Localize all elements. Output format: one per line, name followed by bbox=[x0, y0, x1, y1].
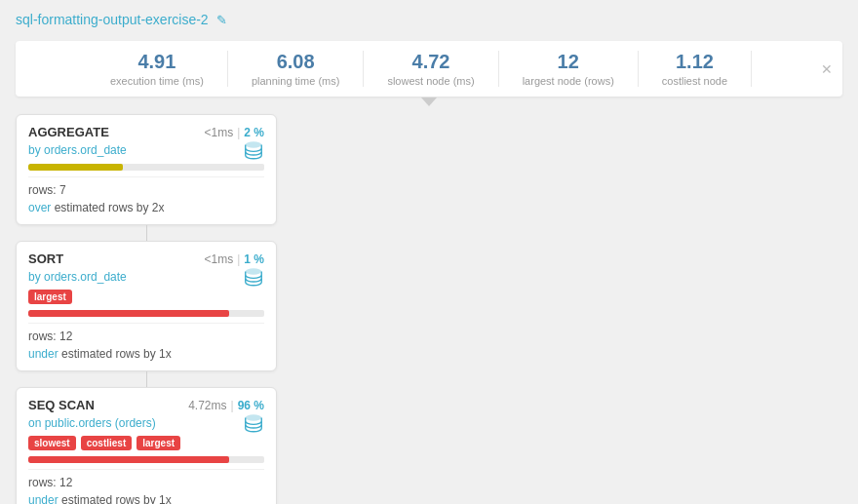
metric-slowest-node: 4.72 slowest node (ms) bbox=[364, 51, 498, 87]
metric-execution-time: 4.91 execution time (ms) bbox=[87, 51, 228, 87]
node-subtitle-aggregate: by orders.ord_date bbox=[28, 143, 264, 157]
node-card-sort[interactable]: SORT <1ms | 1 % by orders.ord_date bbox=[16, 241, 277, 371]
badge-row-sort: largest bbox=[28, 290, 243, 304]
svg-point-1 bbox=[246, 268, 262, 274]
node-stats-aggregate: <1ms | 2 % bbox=[204, 126, 264, 139]
node-estimate-aggregate: over estimated rows by 2x bbox=[28, 201, 264, 214]
node-card-aggregate[interactable]: AGGREGATE <1ms | 2 % by orders.ord_date bbox=[16, 114, 277, 225]
svg-point-2 bbox=[246, 414, 262, 420]
node-stats-seqscan: 4.72ms | 96 % bbox=[188, 399, 264, 412]
badge-slowest-seqscan: slowest bbox=[28, 436, 76, 450]
db-icon-aggregate bbox=[243, 139, 264, 164]
node-title-seqscan: SEQ SCAN bbox=[28, 398, 95, 412]
metric-largest-node: 12 largest node (rows) bbox=[499, 51, 639, 87]
dropdown-arrow bbox=[421, 97, 437, 106]
progress-bar-sort bbox=[28, 310, 264, 317]
db-icon-seqscan bbox=[243, 412, 264, 437]
edit-icon[interactable]: ✎ bbox=[216, 13, 227, 27]
node-estimate-seqscan: under estimated rows by 1x bbox=[28, 493, 264, 504]
close-button[interactable]: ✕ bbox=[821, 62, 833, 76]
nodes-area: AGGREGATE <1ms | 2 % by orders.ord_date bbox=[16, 114, 842, 504]
metric-costliest-node: 1.12 costliest node bbox=[639, 51, 752, 87]
badge-largest-sort: largest bbox=[28, 290, 72, 304]
db-icon-sort bbox=[243, 266, 264, 291]
svg-point-0 bbox=[246, 141, 262, 147]
progress-bar-seqscan bbox=[28, 456, 264, 463]
node-rows-aggregate: rows: 7 bbox=[28, 176, 264, 197]
node-title-aggregate: AGGREGATE bbox=[28, 125, 109, 139]
metric-planning-time: 6.08 planning time (ms) bbox=[228, 51, 364, 87]
connector-1 bbox=[146, 225, 147, 241]
progress-bar-aggregate bbox=[28, 164, 264, 171]
badge-row-seqscan: slowest costliest largest bbox=[28, 436, 243, 450]
node-subtitle-sort: by orders.ord_date bbox=[28, 270, 264, 284]
nodes-column: AGGREGATE <1ms | 2 % by orders.ord_date bbox=[16, 114, 277, 504]
node-rows-sort: rows: 12 bbox=[28, 323, 264, 343]
metrics-bar: 4.91 execution time (ms) 6.08 planning t… bbox=[16, 41, 842, 97]
badge-costliest-seqscan: costliest bbox=[81, 436, 133, 450]
node-subtitle-seqscan: on public.orders (orders) bbox=[28, 416, 264, 430]
badge-largest-seqscan: largest bbox=[136, 436, 180, 450]
connector-2 bbox=[146, 371, 147, 387]
node-stats-sort: <1ms | 1 % bbox=[204, 252, 264, 266]
node-card-seqscan[interactable]: SEQ SCAN 4.72ms | 96 % on public.orders … bbox=[16, 387, 277, 504]
page-title: sql-formatting-output-exercise-2 bbox=[16, 12, 209, 27]
node-rows-seqscan: rows: 12 bbox=[28, 469, 264, 489]
node-title-sort: SORT bbox=[28, 252, 63, 266]
node-estimate-sort: under estimated rows by 1x bbox=[28, 347, 264, 361]
